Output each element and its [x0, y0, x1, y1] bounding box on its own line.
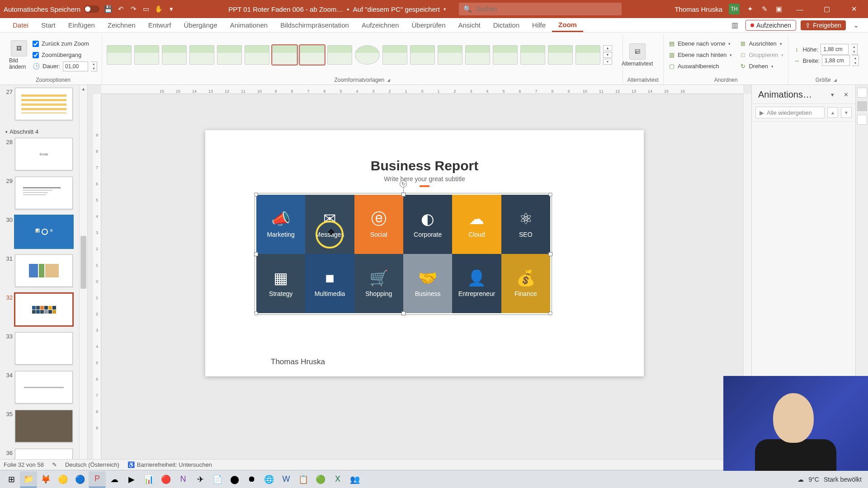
thumbnail[interactable]: 28Ende	[4, 138, 85, 170]
dialog-launcher-icon[interactable]: ◢	[387, 78, 390, 82]
tab-hilfe[interactable]: Hilfe	[526, 18, 552, 32]
tab-einfügen[interactable]: Einfügen	[62, 18, 101, 32]
weather-icon[interactable]: ☁	[797, 476, 804, 483]
style-item[interactable]	[355, 45, 380, 65]
style-item[interactable]	[327, 45, 352, 65]
resize-handle[interactable]	[401, 192, 406, 197]
change-image-button[interactable]: 🖼 Bild ändern	[9, 40, 29, 70]
taskbar-app[interactable]: 🌐	[260, 471, 278, 488]
ribbon-mode-button[interactable]: ▥	[729, 19, 741, 31]
thumbnails-scrollbar[interactable]: ▲ ▼	[79, 85, 87, 477]
slide-canvas[interactable]: 1615141312111098765432101234567891011121…	[88, 85, 751, 477]
resize-handle[interactable]	[401, 311, 406, 315]
tab-übergänge[interactable]: Übergänge	[178, 18, 224, 32]
style-item[interactable]	[300, 45, 325, 65]
search-box[interactable]: 🔍	[459, 3, 622, 15]
zoom-styles-gallery[interactable]: ▲▼▾	[107, 45, 612, 65]
rotate-button[interactable]: ↻Drehen▾	[739, 61, 783, 71]
style-item[interactable]	[493, 45, 518, 65]
coming-soon-icon[interactable]: ✎	[760, 5, 769, 13]
undo-icon[interactable]: ↶	[117, 5, 125, 13]
taskbar-chrome[interactable]: 🟡	[54, 471, 71, 488]
style-item[interactable]	[272, 45, 297, 65]
share-button[interactable]: ⇪Freigeben	[801, 20, 846, 30]
taskbar-app[interactable]: 📄	[209, 471, 226, 488]
rail-item[interactable]	[857, 88, 867, 98]
thumbnail[interactable]: 34	[4, 371, 85, 404]
taskbar-onenote[interactable]: N	[175, 471, 192, 488]
touch-mode-icon[interactable]: ✋	[155, 5, 163, 13]
group-button[interactable]: ⊡Gruppieren▾	[739, 50, 783, 60]
slide[interactable]: Business Report Write here your great su…	[205, 130, 644, 376]
tab-dictation[interactable]: Dictation	[487, 18, 526, 32]
resize-handle[interactable]	[254, 252, 258, 256]
style-item[interactable]	[520, 45, 545, 65]
rotate-handle[interactable]	[400, 180, 407, 188]
ribbon-collapse-button[interactable]: ⌄	[850, 19, 862, 31]
alt-text-button[interactable]: 🗟 Alternativtext	[627, 43, 647, 67]
copilot-icon[interactable]: ✦	[746, 5, 754, 13]
style-item[interactable]	[189, 45, 214, 65]
section-header[interactable]: ▾Abschnitt 4	[4, 127, 85, 138]
language-status[interactable]: Deutsch (Österreich)	[65, 461, 119, 468]
style-item[interactable]	[107, 45, 132, 65]
taskbar-app[interactable]: ☁	[106, 471, 123, 488]
play-all-button[interactable]: ▶Alle wiedergeben	[755, 107, 825, 118]
taskbar-firefox[interactable]: 🦊	[37, 471, 54, 488]
start-button[interactable]: ⊞	[3, 471, 20, 488]
user-name[interactable]: Thomas Hruska	[675, 5, 722, 13]
slide-title[interactable]: Business Report	[205, 158, 644, 174]
close-button[interactable]: ✕	[844, 0, 864, 18]
scroll-up-icon[interactable]: ▲	[80, 85, 87, 93]
thumbnail[interactable]: 33	[4, 332, 85, 365]
search-input[interactable]	[476, 5, 617, 13]
style-item[interactable]	[410, 45, 435, 65]
style-item[interactable]	[382, 45, 407, 65]
present-from-start-icon[interactable]: ▭	[142, 5, 150, 13]
thumbnail-current[interactable]: 32	[4, 293, 85, 326]
tab-aufzeichnen[interactable]: Aufzeichnen	[355, 18, 406, 32]
window-layout-icon[interactable]: ▣	[775, 5, 783, 13]
user-avatar[interactable]: TH	[729, 4, 740, 14]
slide-author[interactable]: Thomas Hruska	[271, 357, 325, 366]
weather-text[interactable]: Stark bewölkt	[824, 476, 862, 483]
height-spinner[interactable]: ▲▼	[851, 44, 858, 55]
resize-handle[interactable]	[548, 192, 552, 197]
taskbar-obs[interactable]: ⬤	[226, 471, 243, 488]
dialog-launcher-icon[interactable]: ◢	[834, 78, 837, 82]
autosave-toggle[interactable]	[84, 5, 99, 13]
save-icon[interactable]: 💾	[104, 5, 112, 13]
duration-spinner[interactable]: ▲▼	[91, 61, 97, 71]
taskbar-app[interactable]: 🔴	[157, 471, 175, 488]
taskbar-teams[interactable]: 👥	[346, 471, 363, 488]
slide-info[interactable]: Folie 32 von 58	[4, 461, 44, 468]
thumbnail[interactable]: 31	[4, 254, 85, 287]
thumbnail[interactable]: 29	[4, 177, 85, 209]
selection-pane-button[interactable]: ▢Auswahlbereich	[668, 61, 732, 71]
tab-start[interactable]: Start	[35, 18, 62, 32]
taskbar-app[interactable]: 📊	[140, 471, 157, 488]
accessibility-status[interactable]: ♿Barrierefreiheit: Untersuchen	[127, 461, 212, 468]
thumbnail[interactable]: 27	[4, 88, 85, 120]
duration-input[interactable]: 01,00	[63, 61, 88, 71]
taskbar-excel[interactable]: X	[329, 471, 346, 488]
tab-überprüfen[interactable]: Überprüfen	[405, 18, 452, 32]
pane-close-icon[interactable]: ✕	[841, 90, 851, 100]
tab-ansicht[interactable]: Ansicht	[452, 18, 487, 32]
taskbar-edge2[interactable]: 🟢	[312, 471, 329, 488]
spellcheck-icon[interactable]: ✎	[52, 461, 57, 468]
width-spinner[interactable]: ▲▼	[852, 55, 859, 66]
style-item[interactable]	[465, 45, 490, 65]
zoom-transition-checkbox[interactable]: Zoomübergang	[33, 50, 97, 60]
align-button[interactable]: ⊞Ausrichten▾	[739, 39, 783, 49]
anim-move-down-button[interactable]: ▼	[841, 107, 852, 118]
scroll-handle[interactable]	[80, 236, 86, 288]
rail-item[interactable]	[857, 101, 867, 111]
style-item[interactable]	[438, 45, 462, 65]
style-item[interactable]	[162, 45, 187, 65]
pane-options-icon[interactable]: ▾	[827, 90, 837, 100]
rail-item[interactable]	[857, 115, 867, 125]
thumbnail[interactable]: 35	[4, 410, 85, 442]
style-item[interactable]	[217, 45, 242, 65]
taskbar-app[interactable]: ⏺	[243, 471, 260, 488]
